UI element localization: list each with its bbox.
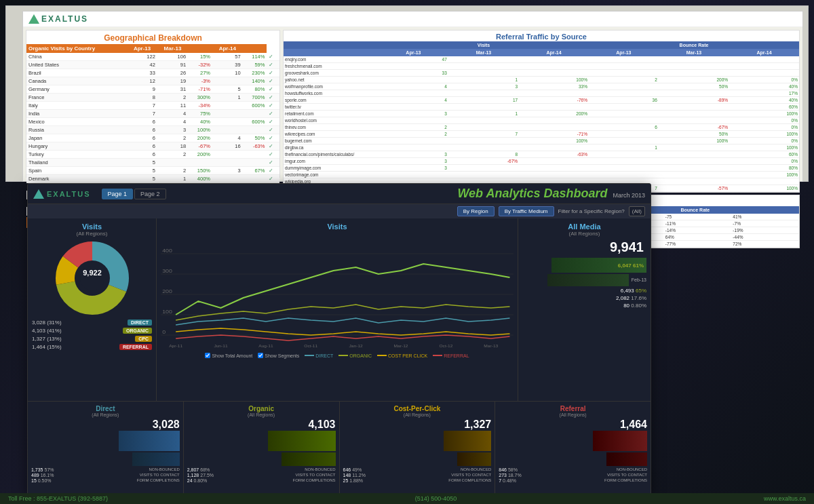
list-item (589, 165, 659, 172)
list-item (659, 117, 729, 124)
all-media-subtitle: (All Regions) (522, 231, 646, 237)
dashboard-tabs[interactable]: Page 1 Page 2 (102, 189, 166, 199)
list-item (659, 111, 729, 117)
geo-panel: Geographical Breakdown Organic Visits by… (26, 30, 280, 178)
check-cell: ✓ (267, 69, 279, 77)
list-item: -44% (731, 234, 799, 241)
ref-subheader-apr14: Apr-14 (519, 49, 589, 56)
legend-organic-chart: ORGANIC (338, 353, 372, 358)
legend-referral-chart: REFERRAL (433, 353, 469, 358)
funnel-bar-1: 6,047 61% (522, 258, 646, 273)
filter-input[interactable]: (All) (629, 206, 645, 216)
list-item: -71% (188, 85, 212, 94)
list-item: 150% (188, 167, 212, 175)
legend-direct-value: 3,028 (31%) (32, 319, 125, 326)
list-item: 300% (188, 94, 212, 102)
list-item: -57% (659, 185, 729, 192)
media-form-row: 80 0.80% (522, 303, 646, 309)
svg-text:Jan-12: Jan-12 (349, 343, 364, 348)
list-item: 12 (127, 77, 157, 85)
list-item: -67% (659, 124, 729, 131)
list-item: 7 (127, 110, 157, 118)
list-item: 100% (519, 77, 589, 83)
list-item (659, 56, 729, 63)
segments-checkbox[interactable] (258, 353, 263, 358)
list-item (659, 144, 729, 151)
list-item: 26 (157, 69, 188, 77)
legend-referral-badge: REFERRAL (119, 344, 152, 350)
cpc-stats-2: 148 11.2% VISITS TO CONTACT (343, 473, 492, 478)
list-item: 0% (729, 117, 799, 124)
list-item: 60% (729, 104, 799, 111)
geo-col-country: Organic Visits by Country (26, 44, 127, 53)
check-cell: ✓ (267, 151, 279, 159)
list-item: twitter.tv (284, 104, 379, 111)
list-item: 400% (188, 175, 212, 183)
ref-col-visits: Visits (379, 41, 589, 49)
list-item: 47 (379, 56, 448, 63)
tab-page2[interactable]: Page 2 (134, 189, 166, 199)
list-item (379, 63, 448, 70)
logo-bar: EXALTUS (23, 12, 802, 27)
list-item (659, 151, 729, 158)
list-item (448, 172, 519, 178)
controls-bar: By Region By Traffic Medium Filter for a… (28, 204, 651, 218)
check-cell: ✓ (267, 118, 279, 126)
list-item: 4 (212, 134, 243, 142)
list-item: Spain (26, 167, 127, 175)
direct-vtc: 489 16.1% (31, 473, 54, 478)
list-item (212, 102, 243, 110)
list-item: 3 (157, 126, 188, 134)
tab-page1[interactable]: Page 1 (102, 189, 134, 199)
by-region-btn[interactable]: By Region (457, 206, 495, 216)
by-traffic-btn[interactable]: By Traffic Medium (499, 206, 554, 216)
list-item: 75% (188, 110, 212, 118)
svg-text:200: 200 (162, 288, 172, 294)
cpc-legend-label: COST PER CLICK (388, 353, 427, 358)
visits-legend: 3,028 (31%) DIRECT 4,103 (41%) ORGANIC 1… (32, 319, 152, 350)
check-cell: ✓ (267, 142, 279, 151)
organic-nb-label: NON-BOUNCED (305, 467, 335, 472)
list-item: 6 (127, 126, 157, 134)
cpc-form-label: FORM COMPLETIONS (448, 478, 491, 483)
list-item: 80% (243, 85, 267, 94)
list-item: 19 (157, 77, 188, 85)
list-item (448, 144, 519, 151)
list-item (448, 104, 519, 111)
list-item: 6 (127, 134, 157, 142)
cpc-card-title: Cost-Per-Click (343, 405, 492, 412)
list-item: worldhostel.com (284, 117, 379, 124)
referral-nb-label: NON-BOUNCED (617, 467, 647, 472)
list-item: -89% (659, 97, 729, 104)
ref-subheader-source (284, 49, 379, 56)
list-item (659, 172, 729, 178)
all-media-total: 9,941 (522, 239, 646, 255)
list-item: 8 (448, 151, 519, 158)
ref-col-bounce: Bounce Rate (589, 41, 799, 49)
logo-triangle-icon (33, 189, 44, 199)
list-item (519, 117, 589, 124)
chart-title: Visits (161, 222, 513, 231)
organic-line (176, 305, 509, 320)
list-item: 200% (519, 111, 589, 117)
list-item: 2 (157, 94, 188, 102)
list-item: 0% (729, 158, 799, 165)
direct-bar-2-fill (132, 452, 180, 466)
list-item: 6 (589, 124, 659, 131)
list-item (659, 63, 729, 70)
list-item (519, 124, 589, 131)
list-item (589, 151, 659, 158)
dashboard-main-title: Web Analytics Dashboard (457, 187, 607, 201)
list-item: Japan (26, 134, 127, 142)
cpc-nonbounce-val: 646 49% (343, 467, 362, 472)
cpc-card: Cost-Per-Click (All Regions) 1,327 646 4… (340, 402, 496, 495)
front-page: EXALTUS Geographical Breakdown Organic V… (22, 11, 803, 182)
list-item: 6 (127, 151, 157, 159)
list-item: 1 (448, 77, 519, 83)
list-item: 3 (379, 165, 448, 172)
referral-bar-2-fill (606, 452, 647, 466)
list-item: 100% (729, 172, 799, 178)
list-item (519, 70, 589, 77)
direct-form: 15 0.50% (31, 478, 52, 483)
total-amount-checkbox[interactable] (205, 353, 210, 358)
